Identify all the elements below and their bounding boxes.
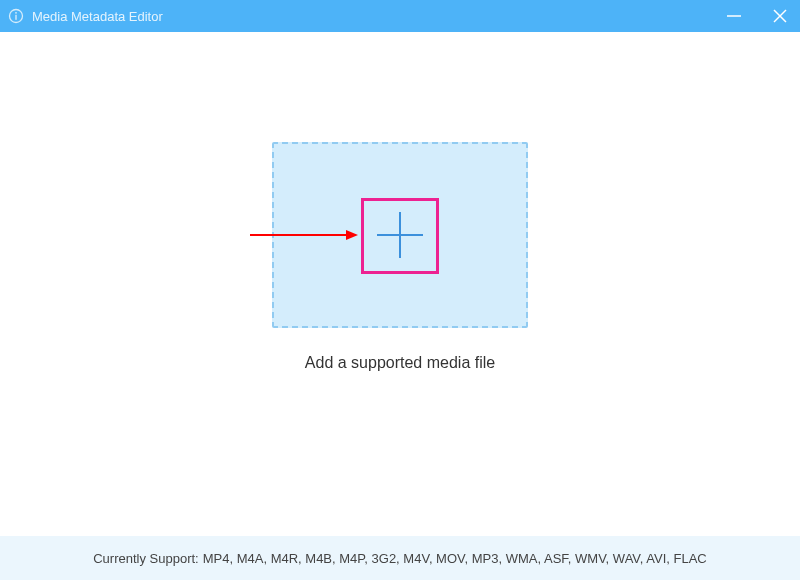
window-controls <box>724 0 790 32</box>
arrow-icon <box>250 228 358 242</box>
title-left: Media Metadata Editor <box>8 8 163 24</box>
window-title: Media Metadata Editor <box>32 9 163 24</box>
svg-rect-2 <box>15 15 16 20</box>
annotation-highlight-box <box>361 198 439 274</box>
svg-marker-9 <box>346 230 358 240</box>
content-area: Add a supported media file <box>0 32 800 536</box>
footer-bar: Currently Support: MP4, M4A, M4R, M4B, M… <box>0 536 800 580</box>
svg-point-1 <box>15 12 17 14</box>
instruction-text: Add a supported media file <box>0 354 800 372</box>
minimize-icon <box>725 7 743 25</box>
close-icon <box>772 8 788 24</box>
footer-formats: MP4, M4A, M4R, M4B, M4P, 3G2, M4V, MOV, … <box>203 551 707 566</box>
info-icon <box>8 8 24 24</box>
annotation-arrow <box>250 228 358 242</box>
footer-label: Currently Support: <box>93 551 199 566</box>
titlebar: Media Metadata Editor <box>0 0 800 32</box>
minimize-button[interactable] <box>724 6 744 26</box>
close-button[interactable] <box>770 6 790 26</box>
